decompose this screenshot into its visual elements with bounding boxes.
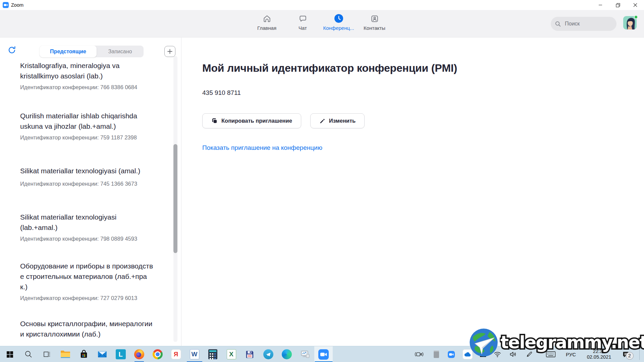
excel-button[interactable]: X [222,346,240,362]
list-filter-tabs: Предстоящие Записано [40,46,144,57]
meeting-list-item[interactable]: Silikat materiallar texnologiyasi (amal.… [20,166,154,187]
sidebar-scrollbar[interactable] [173,56,177,342]
meeting-list-item[interactable]: Основы кристаллографии, минералогии и кр… [20,318,154,339]
meeting-list-item[interactable]: Оборудование и приборы в производстве ст… [20,261,154,301]
meeting-title: Оборудование и приборы в производстве ст… [20,261,154,292]
action-buttons: Копировать приглашение Изменить [202,113,644,128]
save-app-button[interactable] [240,346,259,362]
show-invitation-link[interactable]: Показать приглашение на конференцию [202,144,322,152]
display-icon [480,352,486,357]
restore-button[interactable] [609,0,627,10]
zoom-app-window: Zoom Главная [0,0,644,362]
meetings-clock-icon [334,13,343,23]
mail-icon [98,350,107,358]
language-indicator[interactable]: РУС [563,346,579,362]
meeting-id: Идентификатор конференции: 766 8386 0684 [20,84,154,90]
tab-contacts[interactable]: Контакты [357,13,392,31]
tab-home-label: Главная [257,25,276,31]
meeting-id: Идентификатор конференции: 798 0889 4593 [20,236,154,242]
search-box [551,17,616,31]
show-desktop-divider[interactable] [639,349,640,360]
taskbar-search-button[interactable] [19,346,38,362]
tray-pen-button[interactable] [523,346,536,362]
meeting-id: Идентификатор конференции: 745 1366 3673 [20,181,154,187]
home-icon [263,13,271,23]
edge-button[interactable] [277,346,296,362]
tab-recorded[interactable]: Записано [97,46,144,57]
file-explorer-button[interactable] [56,346,74,362]
chrome-button[interactable] [148,346,167,362]
copy-icon [211,118,218,124]
top-navigation: Главная Чат Конференц... Контакты [249,13,392,31]
yandex-browser-button[interactable]: Я [167,346,185,362]
online-status-dot [634,15,638,19]
meeting-list-item[interactable]: Kristallografiya, mineralogiya va krista… [20,60,154,90]
chat-icon [299,13,307,23]
avatar[interactable] [623,16,637,29]
meeting-list-item[interactable]: Silikat materiallar texnologiyasi (lab.+… [20,212,154,242]
chrome-icon [153,349,163,359]
notification-count-badge: 2 [626,352,634,360]
zoom-taskbar-button[interactable] [314,346,333,362]
calculator-button[interactable] [204,346,222,362]
tab-chat[interactable]: Чат [285,13,321,31]
tray-volume-button[interactable] [506,346,520,362]
tab-home[interactable]: Главная [249,13,285,31]
tray-camera-button[interactable] [412,346,426,362]
sidebar-scrollbar-thumb[interactable] [173,144,177,253]
search-input[interactable] [564,20,608,27]
pmi-number: 435 910 8711 [202,89,644,97]
tray-touch-keyboard-button[interactable] [543,346,559,362]
tray-zoom-button[interactable] [445,346,458,362]
system-monitor-button[interactable] [296,346,314,362]
add-meeting-button[interactable] [164,46,175,57]
notification-center-button[interactable]: 2 [618,346,633,362]
windows-start-icon [7,351,13,358]
meeting-list-item[interactable]: Qurilish materiallar ishlab chiqarishda … [20,111,154,141]
tab-upcoming[interactable]: Предстоящие [40,46,97,57]
task-view-button[interactable] [38,346,56,362]
firefox-icon [134,349,144,359]
edit-button[interactable]: Изменить [310,113,365,128]
tray-wifi-button[interactable] [491,346,504,362]
copy-invitation-button[interactable]: Копировать приглашение [202,113,301,128]
clock-time: 22:32 [587,349,611,354]
zoom-app-icon [318,349,329,360]
telegram-button[interactable] [259,346,277,362]
refresh-button[interactable] [7,46,17,56]
floppy-disk-icon [245,350,254,359]
window-title: Zoom [11,2,23,8]
search-icon [555,21,561,27]
clock-date: 02.05.2021 [587,354,611,360]
minimize-button[interactable] [592,0,609,10]
word-button[interactable]: W [185,346,204,362]
copy-invitation-label: Копировать приглашение [221,118,292,124]
meeting-title: Kristallografiya, mineralogiya va krista… [20,60,154,81]
contacts-icon [370,13,379,23]
microsoft-store-icon [80,350,88,359]
firefox-button[interactable] [130,346,148,362]
mail-button[interactable] [93,346,111,362]
app-window-icon [434,351,439,358]
l-app-button[interactable]: L [111,346,130,362]
tab-contacts-label: Контакты [364,25,385,31]
page-title: Мой личный идентификатор конференции (PM… [202,62,644,74]
pencil-icon [319,118,325,124]
onedrive-cloud-icon [463,349,473,359]
start-button[interactable] [1,346,19,362]
tray-display-button[interactable] [477,346,489,362]
meetings-sidebar: Предстоящие Записано Kristallografiya, m… [0,38,181,346]
tab-chat-label: Чат [299,25,307,31]
tray-app-window-button[interactable] [430,346,442,362]
meeting-id: Идентификатор конференции: 727 0279 6013 [20,295,154,301]
microsoft-store-button[interactable] [74,346,93,362]
tray-onedrive-button[interactable] [461,346,474,362]
excel-icon: X [227,349,236,359]
meeting-title: Silikat materiallar texnologiyasi (amal.… [20,166,154,176]
taskbar-clock[interactable]: 22:32 02.05.2021 [582,346,616,362]
tab-meetings[interactable]: Конференц... [321,13,357,31]
meeting-title: Основы кристаллографии, минералогии и кр… [20,318,154,339]
window-controls [592,0,644,10]
close-button[interactable] [627,0,644,10]
edge-icon [282,349,292,359]
